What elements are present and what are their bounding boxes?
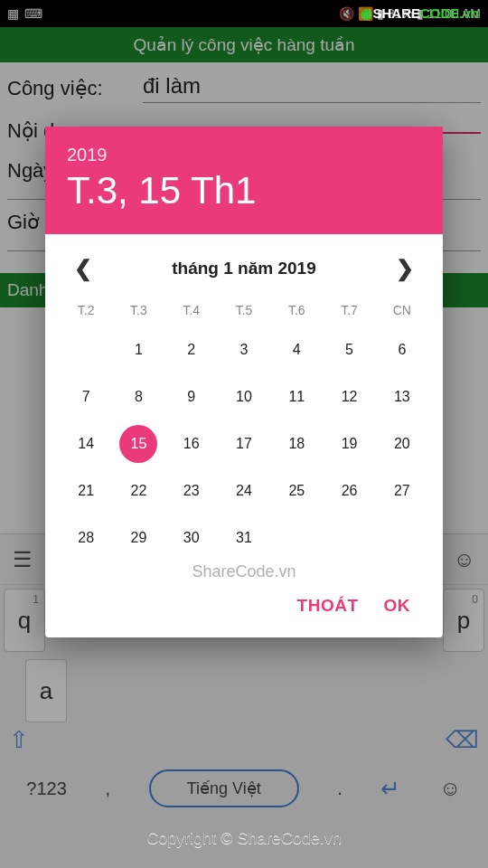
- calendar-day[interactable]: 21: [60, 469, 112, 513]
- watermark-brand: ◉SHARECODE.vn: [361, 5, 479, 22]
- calendar-day[interactable]: 28: [60, 516, 112, 560]
- calendar-day[interactable]: 9: [165, 375, 218, 419]
- calendar-day[interactable]: 31: [218, 516, 270, 560]
- calendar-day[interactable]: 1: [112, 328, 164, 372]
- calendar-day[interactable]: 8: [112, 375, 164, 419]
- calendar-day[interactable]: 20: [376, 422, 428, 466]
- ok-button[interactable]: OK: [384, 596, 411, 616]
- month-title: tháng 1 năm 2019: [172, 259, 315, 278]
- selected-year[interactable]: 2019: [67, 145, 421, 165]
- calendar-day: [323, 516, 375, 560]
- calendar-day[interactable]: 24: [218, 469, 270, 513]
- calendar-day[interactable]: 29: [112, 516, 164, 560]
- calendar-day[interactable]: 7: [60, 375, 112, 419]
- calendar-day[interactable]: 4: [270, 328, 323, 372]
- calendar-day[interactable]: 25: [270, 469, 323, 513]
- next-month-button[interactable]: ❯: [389, 252, 421, 285]
- calendar-day[interactable]: 12: [323, 375, 375, 419]
- selected-date[interactable]: T.3, 15 Th1: [67, 169, 421, 212]
- calendar-day[interactable]: 3: [218, 328, 270, 372]
- calendar-day[interactable]: 23: [165, 469, 218, 513]
- date-picker-dialog: 2019 T.3, 15 Th1 ❮ tháng 1 năm 2019 ❯ T.…: [45, 127, 443, 637]
- calendar-day[interactable]: 11: [270, 375, 323, 419]
- calendar-day: [60, 328, 112, 372]
- calendar-day[interactable]: 26: [323, 469, 375, 513]
- calendar-grid: 1234567891011121314151617181920212223242…: [45, 321, 443, 574]
- dialog-header: 2019 T.3, 15 Th1: [45, 127, 443, 234]
- calendar-day[interactable]: 27: [376, 469, 428, 513]
- cancel-button[interactable]: THOÁT: [297, 596, 359, 616]
- calendar-day[interactable]: 30: [165, 516, 218, 560]
- calendar-day[interactable]: 19: [323, 422, 375, 466]
- prev-month-button[interactable]: ❮: [67, 252, 99, 285]
- calendar-day[interactable]: 16: [165, 422, 218, 466]
- calendar-day[interactable]: 10: [218, 375, 270, 419]
- day-of-week-row: T.2 T.3 T.4 T.5 T.6 T.7 CN: [45, 296, 443, 321]
- calendar-day[interactable]: 18: [270, 422, 323, 466]
- calendar-day[interactable]: 6: [376, 328, 428, 372]
- calendar-day[interactable]: 22: [112, 469, 164, 513]
- calendar-day[interactable]: 15: [119, 425, 157, 463]
- calendar-day[interactable]: 5: [323, 328, 375, 372]
- calendar-day[interactable]: 14: [60, 422, 112, 466]
- calendar-day: [270, 516, 323, 560]
- calendar-day[interactable]: 2: [165, 328, 218, 372]
- calendar-day: [376, 516, 428, 560]
- calendar-day[interactable]: 17: [218, 422, 270, 466]
- calendar-day[interactable]: 13: [376, 375, 428, 419]
